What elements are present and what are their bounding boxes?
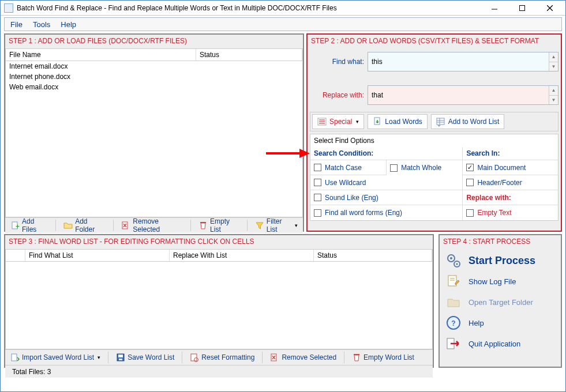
svg-rect-24: [119, 359, 122, 360]
svg-point-33: [450, 257, 452, 259]
empty-text-option[interactable]: Empty Text: [463, 205, 558, 220]
step3-word-list[interactable]: [5, 262, 433, 349]
svg-rect-25: [191, 354, 197, 361]
save-word-list-button[interactable]: Save Word List: [112, 351, 178, 364]
svg-point-34: [456, 263, 458, 265]
list-item[interactable]: Web email.docx: [6, 82, 302, 92]
replace-with-input[interactable]: [368, 85, 558, 105]
step1-file-list[interactable]: Internet email.docx Internet phone.docx …: [5, 61, 303, 217]
reset-formatting-button[interactable]: Reset Formatting: [186, 351, 258, 364]
spinner[interactable]: ▲▼: [549, 86, 558, 104]
sound-like-option[interactable]: Sound Like (Eng): [310, 190, 462, 205]
spinner[interactable]: ▲▼: [549, 52, 558, 71]
app-icon: [4, 3, 13, 13]
page-import-icon: [10, 353, 20, 362]
match-whole-option[interactable]: Match Whole: [387, 160, 462, 175]
close-button[interactable]: [541, 3, 558, 13]
step2-title: STEP 2 : ADD OR LOAD WORDS (CSV/TXT FILE…: [308, 35, 561, 48]
add-files-button[interactable]: + Add Files: [6, 219, 52, 232]
page-x-icon: [121, 221, 130, 230]
find-what-input[interactable]: [368, 52, 558, 71]
content-area: STEP 1 : ADD OR LOAD FILES (DOC/DOCX/RTF…: [1, 32, 565, 371]
maximize-button[interactable]: [513, 3, 531, 13]
replace-with-head: Replace with:: [466, 194, 511, 202]
load-words-button[interactable]: Load Words: [368, 114, 427, 129]
col-file-name[interactable]: File Name: [6, 49, 196, 61]
floppy-icon: [116, 353, 125, 362]
use-wildcard-option[interactable]: Use Wildcard: [310, 175, 462, 190]
page-download-icon: [373, 117, 382, 126]
svg-rect-21: [12, 354, 17, 361]
step1-table-header: File Name Status: [5, 48, 303, 61]
quit-button[interactable]: Quit Application: [443, 333, 557, 354]
status-footer: Total Files: 3: [5, 365, 433, 378]
svg-rect-9: [200, 222, 206, 223]
find-options-section: Select Find Options Search Condition: Ma…: [310, 134, 558, 221]
menu-bar: File Tools Help: [4, 17, 562, 31]
menu-tools[interactable]: Tools: [33, 20, 50, 29]
main-document-option[interactable]: Main Document: [463, 160, 558, 175]
svg-text:+: +: [16, 223, 20, 230]
col-status[interactable]: Status: [196, 49, 302, 61]
find-all-forms-option[interactable]: Find all word forms (Eng): [310, 205, 462, 220]
app-window: Batch Word Find & Replace - Find and Rep…: [0, 0, 566, 392]
find-options-title: Select Find Options: [310, 134, 558, 147]
lines-red-icon: [317, 117, 327, 126]
start-process-button[interactable]: Start Process: [443, 250, 557, 271]
import-word-list-button[interactable]: Import Saved Word List ▾: [6, 351, 104, 364]
open-target-folder-button[interactable]: Open Target Folder: [443, 292, 557, 312]
title-bar: Batch Word Find & Replace - Find and Rep…: [1, 1, 565, 16]
page-reset-icon: [190, 353, 199, 362]
find-what-label: Find what:: [310, 58, 368, 66]
show-log-button[interactable]: Show Log File: [443, 271, 557, 292]
header-footer-option[interactable]: Header/Footer: [463, 175, 558, 190]
remove-selected-button[interactable]: Remove Selected: [117, 219, 187, 232]
step1-toolbar: + Add Files Add Folder: [5, 217, 303, 233]
menu-file[interactable]: File: [10, 20, 23, 29]
dropdown-caret-icon: ▾: [356, 119, 359, 125]
page-pencil-icon: [445, 273, 462, 289]
step4-title: STEP 4 : START PROCESS: [440, 235, 561, 249]
svg-rect-23: [118, 355, 123, 357]
add-to-word-list-button[interactable]: Add to Word List: [431, 114, 505, 129]
svg-line-3: [547, 5, 553, 11]
special-button[interactable]: Special ▾: [312, 114, 364, 129]
col-find-what[interactable]: Find What List: [25, 250, 170, 261]
help-icon: ?: [445, 315, 462, 331]
match-case-option[interactable]: Match Case: [310, 160, 387, 175]
svg-rect-1: [520, 5, 525, 10]
help-button[interactable]: ? Help: [443, 312, 557, 333]
filter-list-button[interactable]: Filter List ▾: [251, 219, 302, 232]
exit-arrow-icon: [445, 336, 462, 352]
step3-table-header: Find What List Replace With List Status: [5, 249, 433, 262]
window-title: Batch Word Find & Replace - Find and Rep…: [17, 4, 486, 12]
table-add-icon: [436, 117, 445, 126]
empty-word-list-button[interactable]: Empty Word List: [348, 351, 418, 364]
step3-title: STEP 3 : FINAL WORD LIST - FOR EDITING F…: [5, 235, 433, 249]
replace-with-label: Replace with:: [310, 91, 368, 99]
menu-help[interactable]: Help: [61, 20, 76, 29]
col-status[interactable]: Status: [314, 250, 432, 261]
col-rownum[interactable]: [6, 250, 25, 261]
window-controls: [486, 3, 562, 13]
svg-rect-15: [437, 118, 444, 125]
total-files-label: Total Files: 3: [12, 368, 51, 376]
list-item[interactable]: Internet phone.docx: [6, 71, 302, 82]
trash-icon: [352, 353, 361, 362]
folder-open-icon: [445, 294, 462, 310]
empty-list-button[interactable]: Empty List: [194, 219, 243, 232]
svg-text:?: ?: [451, 319, 455, 327]
list-item[interactable]: Internet email.docx: [6, 61, 302, 71]
dropdown-caret-icon: ▾: [295, 223, 298, 228]
col-replace-with[interactable]: Replace With List: [170, 250, 314, 261]
remove-selected-button[interactable]: Remove Selected: [266, 351, 340, 364]
svg-rect-30: [354, 354, 359, 355]
gears-icon: [445, 252, 462, 269]
add-folder-button[interactable]: Add Folder: [59, 219, 110, 232]
search-condition-head: Search Condition:: [310, 147, 462, 160]
step3-toolbar: Import Saved Word List ▾ Save Word List …: [5, 349, 433, 365]
page-x-icon: [270, 353, 279, 362]
trash-icon: [198, 221, 208, 230]
step4-pane: STEP 4 : START PROCESS Start Process Sho…: [438, 234, 562, 368]
minimize-button[interactable]: [486, 3, 503, 13]
